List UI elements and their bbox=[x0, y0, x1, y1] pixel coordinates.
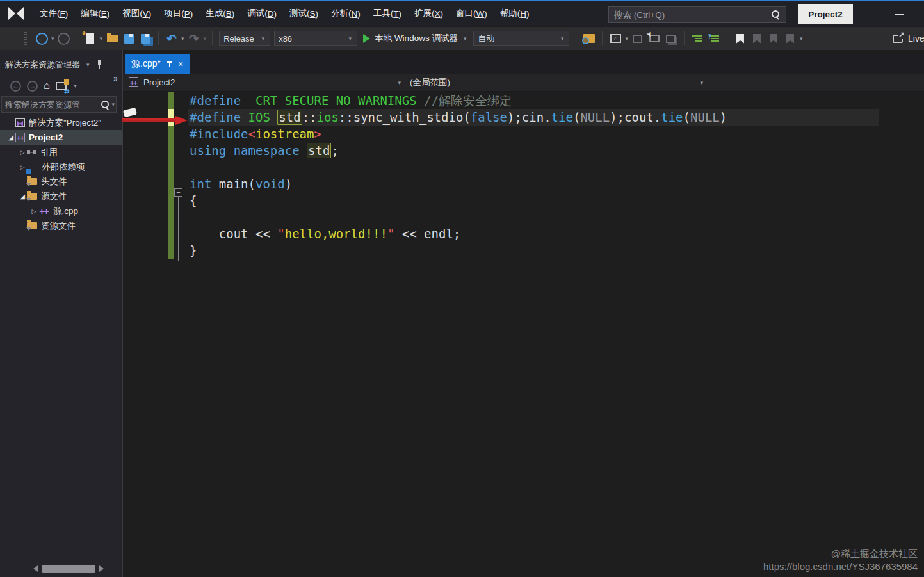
collapse-region-button[interactable]: − bbox=[174, 188, 182, 197]
menu-item[interactable]: 视图(V) bbox=[116, 1, 158, 26]
toolbar-separator bbox=[727, 31, 727, 45]
menu-item[interactable]: 测试(S) bbox=[283, 1, 325, 26]
tab-close-icon[interactable]: × bbox=[178, 59, 183, 69]
tab-source-cpp[interactable]: 源.cpp* × bbox=[125, 54, 190, 74]
new-file-dropdown[interactable]: ▾ bbox=[100, 35, 103, 42]
se-forward-button[interactable]: → bbox=[27, 81, 38, 92]
solution-platform-dropdown[interactable]: x86▾ bbox=[274, 31, 357, 46]
tree-item-label: 引用 bbox=[40, 147, 58, 158]
tree-item-解决方案"Project2"[interactable]: 解决方案"Project2" bbox=[0, 115, 122, 130]
bookmark-dropdown[interactable]: ▾ bbox=[800, 35, 803, 42]
show-position-button[interactable] bbox=[647, 31, 661, 45]
redo-button[interactable]: ↷ bbox=[187, 31, 201, 45]
object-browser-button[interactable] bbox=[664, 31, 678, 45]
solution-search-input[interactable] bbox=[2, 100, 100, 110]
menu-item[interactable]: 生成(B) bbox=[199, 1, 241, 26]
folder-icon bbox=[27, 193, 37, 200]
collapsed-arrow-icon[interactable]: ▷ bbox=[29, 208, 38, 215]
toolbar-grip[interactable] bbox=[24, 32, 27, 45]
tree-item-资源文件[interactable]: 资源文件 bbox=[0, 218, 122, 233]
solution-explorer-dropdown[interactable]: ▾ bbox=[625, 35, 628, 42]
scroll-left-arrow[interactable] bbox=[33, 565, 38, 572]
open-file-button[interactable] bbox=[105, 31, 119, 45]
tree-item-源文件[interactable]: ◢源文件 bbox=[0, 189, 122, 204]
quick-search-box[interactable] bbox=[608, 6, 786, 23]
solution-configuration-dropdown[interactable]: Release▾ bbox=[219, 31, 270, 46]
menu-bar: 文件(F)编辑(E)视图(V)项目(P)生成(B)调试(D)测试(S)分析(N)… bbox=[33, 1, 536, 26]
code-line-1: #define _CRT_SECURE_NO_WARNINGS //解除安全绑定 bbox=[190, 92, 512, 109]
comment-button[interactable] bbox=[707, 31, 721, 45]
nav-project-dropdown[interactable]: ++ Project2 ▾ bbox=[123, 77, 410, 87]
tree-item-源.cpp[interactable]: ▷++源.cpp bbox=[0, 204, 122, 218]
scrollbar-thumb[interactable] bbox=[42, 565, 95, 573]
clear-bookmarks-button[interactable] bbox=[783, 31, 797, 45]
feedback-project-button[interactable]: Project2 bbox=[798, 4, 853, 24]
menu-item[interactable]: 扩展(X) bbox=[408, 1, 450, 26]
expanded-arrow-icon[interactable]: ◢ bbox=[18, 193, 27, 200]
menu-item[interactable]: 帮助(H) bbox=[494, 1, 536, 26]
se-toolbar-dropdown[interactable]: ▾ bbox=[74, 83, 77, 89]
save-button[interactable] bbox=[122, 31, 136, 45]
find-in-files-button[interactable] bbox=[582, 31, 596, 45]
navigate-back-button[interactable]: ← bbox=[35, 31, 49, 45]
horizontal-scrollbar[interactable] bbox=[0, 564, 122, 574]
toolbar-overflow-button[interactable]: » bbox=[113, 74, 117, 83]
nav-scope-dropdown[interactable]: (全局范围) ▾ bbox=[410, 77, 704, 88]
tree-item-label: 解决方案"Project2" bbox=[29, 117, 101, 129]
menu-item[interactable]: 编辑(E) bbox=[74, 1, 116, 26]
live-share-button[interactable]: Live S bbox=[893, 27, 924, 50]
track-changes-margin bbox=[168, 175, 174, 192]
next-bookmark-button[interactable] bbox=[766, 31, 781, 45]
se-back-button[interactable]: ← bbox=[10, 81, 21, 92]
undo-button[interactable]: ↶ bbox=[165, 31, 179, 45]
pin-icon[interactable] bbox=[96, 60, 102, 69]
collapsed-arrow-icon[interactable]: ▷ bbox=[18, 149, 27, 156]
tree-item-外部依赖项[interactable]: ▷外部依赖项 bbox=[0, 159, 122, 174]
code-line-6: int main(void) bbox=[190, 175, 292, 192]
navigate-forward-button[interactable]: → bbox=[57, 31, 71, 45]
code-editor[interactable]: #define _CRT_SECURE_NO_WARNINGS //解除安全绑定… bbox=[123, 92, 924, 577]
undo-dropdown[interactable]: ▾ bbox=[181, 35, 184, 42]
auto-dropdown[interactable]: 自动▾ bbox=[473, 31, 569, 46]
search-input[interactable] bbox=[609, 10, 770, 20]
sync-with-active-document-button[interactable] bbox=[56, 82, 67, 90]
start-debugging-button[interactable]: 本地 Windows 调试器 ▾ bbox=[359, 33, 471, 44]
menu-item[interactable]: 工具(T) bbox=[367, 1, 408, 26]
home-icon[interactable]: ⌂ bbox=[44, 79, 50, 92]
tree-item-Project2[interactable]: ◢++Project2 bbox=[0, 130, 122, 145]
toolbar-separator bbox=[212, 31, 213, 45]
navigate-back-dropdown[interactable]: ▾ bbox=[51, 35, 54, 42]
minimize-button[interactable] bbox=[895, 14, 904, 15]
tree-item-label: 源.cpp bbox=[53, 206, 78, 217]
decrease-indent-button[interactable] bbox=[690, 31, 704, 45]
tree-item-label: 源文件 bbox=[41, 191, 67, 202]
search-options-dropdown[interactable]: ▾ bbox=[111, 101, 115, 108]
panel-menu-dropdown[interactable]: ▾ bbox=[86, 61, 90, 68]
tab-pin-icon[interactable] bbox=[166, 60, 172, 68]
code-line-9: cout << "hello,world!!!" << endl; bbox=[190, 225, 460, 242]
collapse-region-foot bbox=[178, 261, 182, 261]
watermark-line2: https://blog.csdn.net/YSJ367635984 bbox=[763, 560, 918, 573]
solution-icon bbox=[15, 118, 25, 127]
scroll-right-arrow[interactable] bbox=[99, 565, 104, 572]
tree-item-头文件[interactable]: 头文件 bbox=[0, 174, 122, 189]
annotation-arrow bbox=[122, 116, 188, 125]
redo-dropdown[interactable]: ▾ bbox=[204, 35, 207, 42]
solution-search-box[interactable]: ▾ bbox=[1, 96, 117, 113]
new-file-button[interactable] bbox=[83, 31, 97, 45]
toggle-bookmark-button[interactable] bbox=[733, 31, 747, 45]
expanded-arrow-icon[interactable]: ◢ bbox=[6, 134, 15, 141]
properties-window-button[interactable] bbox=[631, 31, 645, 45]
menu-item[interactable]: 文件(F) bbox=[33, 1, 74, 26]
vs-window: 文件(F)编辑(E)视图(V)项目(P)生成(B)调试(D)测试(S)分析(N)… bbox=[0, 0, 924, 577]
solution-explorer-button[interactable]: ⌂ bbox=[608, 31, 622, 45]
save-all-button[interactable] bbox=[138, 31, 152, 45]
collapse-region-line bbox=[178, 197, 179, 261]
menu-item[interactable]: 窗口(W) bbox=[450, 1, 494, 26]
tree-item-引用[interactable]: ▷引用 bbox=[0, 145, 122, 159]
menu-item[interactable]: 分析(N) bbox=[325, 1, 367, 26]
previous-bookmark-button[interactable] bbox=[750, 31, 764, 45]
menu-item[interactable]: 项目(P) bbox=[158, 1, 199, 26]
menu-item[interactable]: 调试(D) bbox=[241, 1, 283, 26]
code-line-3: #include<iostream> bbox=[190, 126, 321, 142]
